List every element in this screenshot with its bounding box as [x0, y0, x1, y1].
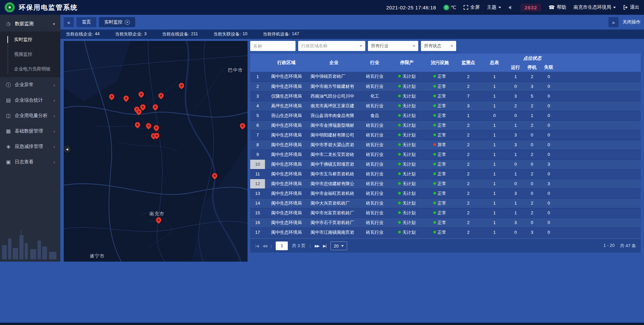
app-title: 环保用电监管系统	[19, 3, 78, 12]
last-page-button[interactable]: ▶∣	[323, 244, 326, 248]
map-pin[interactable]	[154, 132, 159, 139]
cell-industry: 砖瓦行业	[360, 120, 389, 130]
map-pin[interactable]	[140, 103, 146, 111]
table-row[interactable]: 4高坪生态环境局南充市高坪区王家店建砖瓦行业无计划正常31220	[250, 101, 641, 111]
name-filter-input[interactable]	[250, 41, 296, 51]
cell-run: 3	[507, 140, 524, 150]
table-row[interactable]: 12阆中生态环境局阆中市忠信建材有限公砖瓦行业无计划正常21003	[250, 179, 641, 188]
org-dropdown[interactable]: 南充市生态环境局	[574, 4, 616, 10]
map-pin[interactable]	[139, 91, 144, 98]
sidebar-group-enterprise-abnormal[interactable]: ⓘ企业异常‹	[0, 77, 60, 93]
map-pin[interactable]	[123, 95, 129, 102]
sidebar-group-enterprise-stats[interactable]: ▤企业综合统计‹	[0, 93, 60, 108]
map-pin[interactable]	[146, 122, 151, 129]
next-page-button[interactable]: ▶▶	[315, 244, 319, 248]
status-filter-select[interactable]: 所有状态	[421, 41, 456, 51]
help-button[interactable]: ☎ 帮助	[548, 4, 566, 10]
map-pin[interactable]	[158, 92, 164, 99]
cell-region: 阆中生态环境局	[265, 120, 308, 130]
header-meters: 总表	[481, 54, 507, 72]
first-page-button[interactable]: ∣◀	[255, 244, 258, 248]
volume-button[interactable]	[508, 5, 513, 10]
cell-region: 阆中生态环境局	[265, 188, 308, 198]
tab-home[interactable]: 首页	[76, 17, 96, 27]
sidebar-group-base-data[interactable]: ▦基础数据管理‹	[0, 123, 60, 139]
table-row[interactable]: 10阆中生态环境局阆中千佛镇五郎垭页岩砖瓦行业无计划正常21003	[250, 159, 641, 169]
sidebar-group-emergency[interactable]: ◈应急减排管理‹	[0, 139, 60, 154]
table-row[interactable]: 7阆中生态环境局阆中明阳建材有限公司砖瓦行业无计划正常21300	[250, 130, 641, 140]
tab-realtime-label: 实时监控	[104, 19, 122, 25]
pager-summary: 1 - 20 共 47 条	[603, 243, 636, 249]
table-row[interactable]: 1阆中生态环境局阆中强锐页岩砖厂砖瓦行业无计划正常21120	[250, 72, 641, 82]
map-pin[interactable]	[109, 93, 114, 100]
table-row[interactable]: 8阆中生态环境局阆中市枣碧大梁山页岩砖瓦行业无计划异常21300	[250, 140, 641, 150]
cell-meters: 1	[481, 82, 507, 91]
cell-limit: 无计划	[389, 120, 424, 130]
table-row[interactable]: 11阆中生态环境局阆中市五马桥页岩机砖砖瓦行业无计划正常21120	[250, 169, 641, 179]
cell-limit: 无计划	[389, 218, 424, 227]
sidebar-group-data-monitor[interactable]: ◷数据监测▾	[0, 16, 60, 32]
table-row[interactable]: 17阆中生态环境局阆中市江南镇阆南页岩砖瓦行业无计划正常21030	[250, 227, 641, 237]
sidebar-group-logs[interactable]: ▣日志查看‹	[0, 154, 60, 170]
fullscreen-label: 全屏	[470, 4, 480, 10]
cell-company: 阆中大兴页岩机砖厂	[308, 198, 360, 208]
row-index: 10	[250, 159, 265, 169]
logout-button[interactable]: 退出	[623, 4, 639, 10]
cell-industry: 砖瓦行业	[360, 140, 389, 150]
table-row[interactable]: 2阆中生态环境局阆中市南方节能建材有砖瓦行业无计划正常21030	[250, 82, 641, 91]
row-index: 2	[250, 82, 265, 91]
region-filter-select[interactable]: 行政区域名称	[298, 41, 365, 51]
map-pin[interactable]	[154, 124, 159, 131]
table-row[interactable]: 6阆中生态环境局阆中市金博瑞新型墙材砖瓦行业无计划正常21120	[250, 120, 641, 130]
tabs-scroll-right-button[interactable]: »	[608, 17, 619, 27]
status-dot-green	[433, 95, 436, 97]
map-panel[interactable]: 巴中市南充市遂宁市 ◀	[64, 41, 248, 262]
cell-filler	[557, 198, 641, 208]
database-icon: ▦	[5, 128, 11, 134]
cell-limit: 无计划	[389, 150, 424, 159]
prev-page-button[interactable]: ◀◀	[262, 244, 267, 248]
map-pin[interactable]	[156, 216, 161, 224]
map-pin[interactable]	[240, 122, 245, 129]
map-pin[interactable]	[153, 103, 158, 111]
table-row[interactable]: 13阆中生态环境局阆中市金福旺页岩机砖砖瓦行业无计划正常21300	[250, 188, 641, 198]
sidebar-item[interactable]: 视频监控	[0, 47, 60, 62]
cell-region: 高坪生态环境局	[265, 101, 308, 111]
cell-run: 0	[507, 179, 524, 188]
alarm-count-badge[interactable]: 2632	[521, 4, 541, 11]
cell-points: 2	[455, 188, 481, 198]
close-operations-button[interactable]: 关闭操作	[623, 19, 641, 25]
chevron-down-icon	[498, 7, 501, 8]
map-pin[interactable]	[179, 82, 184, 89]
tab-realtime-monitor[interactable]: 实时监控 ×	[99, 17, 135, 27]
theme-dropdown[interactable]: 主题	[487, 4, 501, 10]
cell-company: 阆中明阳建材有限公司	[308, 130, 360, 140]
fullscreen-button[interactable]: 全屏	[464, 4, 480, 10]
table-row[interactable]: 15阆中生态环境局阆中市光富页岩机砖厂砖瓦行业无计划正常21120	[250, 208, 641, 218]
cell-meters: 1	[481, 227, 507, 237]
sidebar-item[interactable]: 实时监控	[0, 32, 60, 47]
status-dot-green	[433, 172, 436, 175]
table-row[interactable]: 9阆中生态环境局阆中市二龙长宝页岩砖砖瓦行业无计划正常21120	[250, 150, 641, 159]
page-size-select[interactable]: 20	[330, 241, 347, 250]
map-collapse-button[interactable]: ◀	[64, 146, 71, 153]
table-row[interactable]: 3仪陇生态环境局西南油气田分公司川中化工无计划正常71350	[250, 91, 641, 101]
table-row[interactable]: 14阆中生态环境局阆中大兴页岩机砖厂砖瓦行业无计划正常21120	[250, 198, 641, 208]
cell-run: 0	[507, 82, 524, 91]
sidebar-item[interactable]: 企业电力负荷明细	[0, 62, 60, 76]
map-pin[interactable]	[135, 121, 140, 128]
table-row[interactable]: 5营山生态环境局营山县润丰肉食品有限食品无计划正常10010	[250, 111, 641, 120]
org-label: 南充市生态环境局	[574, 4, 611, 10]
table-row[interactable]: 16阆中生态环境局阆中市石子页岩机砖厂砖瓦行业无计划正常21300	[250, 218, 641, 227]
close-icon[interactable]: ×	[125, 20, 130, 25]
page-number-input[interactable]: 1	[276, 241, 288, 250]
cell-filler	[557, 169, 641, 179]
sidebar-group-power-analysis[interactable]: ◫企业用电量分析‹	[0, 108, 60, 123]
tabs-scroll-left-button[interactable]: «	[64, 17, 74, 27]
industry-filter-select[interactable]: 所有行业	[368, 41, 418, 51]
status-dot-green	[433, 85, 436, 88]
map-pin[interactable]	[212, 172, 217, 179]
row-index: 13	[250, 188, 265, 198]
row-index: 8	[250, 140, 265, 150]
cell-lost: 0	[540, 111, 557, 120]
